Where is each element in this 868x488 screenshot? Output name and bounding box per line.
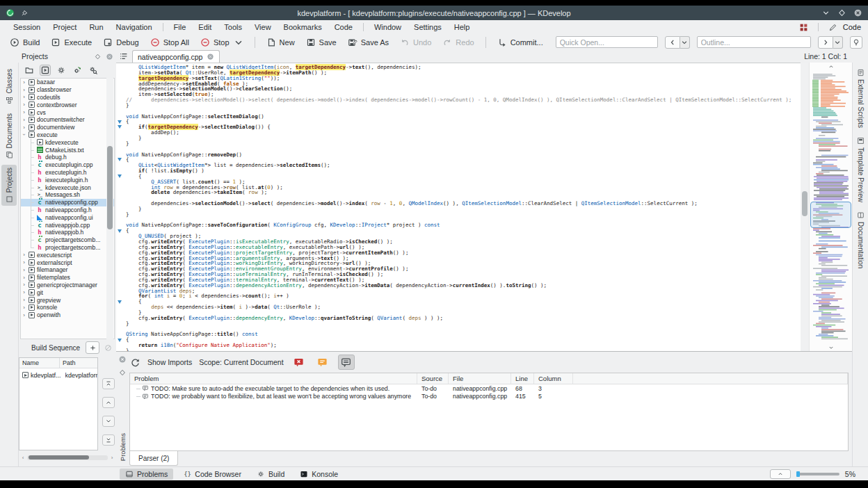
sidebar-tab-classes[interactable]: Classes xyxy=(1,66,17,107)
menu-bookmarks[interactable]: Bookmarks xyxy=(278,22,328,33)
problem-row[interactable]: TODO: we probably want to flexibilize, b… xyxy=(130,393,848,401)
move-down-button[interactable] xyxy=(102,416,115,427)
menu-run[interactable]: Run xyxy=(83,22,109,33)
sidebar-tab-projects[interactable]: Projects xyxy=(1,165,17,206)
code-area-label[interactable]: Code xyxy=(843,23,861,31)
tree-item[interactable]: CMakeLists.txt xyxy=(21,146,114,154)
expander-icon[interactable]: › xyxy=(21,131,27,138)
menu-project[interactable]: Project xyxy=(47,22,83,33)
statusbar-tab-build[interactable]: Build xyxy=(251,469,290,480)
minimap[interactable] xyxy=(809,63,852,351)
tab-parser[interactable]: Parser (2) xyxy=(129,451,178,466)
dock-tab-external-scripts[interactable]: External Scripts xyxy=(854,66,867,131)
close-panel-icon[interactable] xyxy=(106,53,113,60)
menu-view[interactable]: View xyxy=(248,22,278,33)
tree-item[interactable]: ›konsole xyxy=(21,304,114,311)
fold-marker-icon[interactable] xyxy=(118,158,122,161)
navigate-forward-button[interactable] xyxy=(818,36,843,49)
fold-marker-icon[interactable] xyxy=(118,125,122,129)
zoom-slider-handle[interactable] xyxy=(796,471,800,477)
area-switcher-icon[interactable] xyxy=(799,23,808,32)
dock-tab-template-preview[interactable]: Template Preview xyxy=(854,134,867,205)
scope-button[interactable]: Scope: Current Document xyxy=(199,358,283,366)
build-sequence-row[interactable]: kdevplatf...kdevplatform xyxy=(19,371,97,380)
save-as-button[interactable]: Save As xyxy=(344,36,393,49)
tree-item[interactable]: hexecuteplugin.h xyxy=(21,169,114,177)
build-items-icon[interactable] xyxy=(40,65,50,75)
menu-session[interactable]: Session xyxy=(7,22,47,33)
tree-item[interactable]: ›git xyxy=(21,288,114,296)
build-sequence-table[interactable]: NamePathkdevplatf...kdevplatform xyxy=(19,357,98,450)
move-top-button[interactable] xyxy=(102,378,115,389)
quick-open-input[interactable] xyxy=(556,36,658,48)
document-switcher-button[interactable] xyxy=(118,51,129,61)
hints-filter-button[interactable] xyxy=(338,355,355,370)
problem-row[interactable]: TODO: Make sure to auto-add the executab… xyxy=(130,384,848,393)
warnings-filter-button[interactable] xyxy=(314,355,331,370)
expander-icon[interactable]: › xyxy=(21,109,27,115)
expander-icon[interactable]: › xyxy=(21,94,27,100)
tree-item[interactable]: hiexecuteplugin.h xyxy=(21,176,114,184)
tree-item[interactable]: ›codeutils xyxy=(21,94,114,101)
commit----button[interactable]: Commit... xyxy=(493,36,547,49)
build-button[interactable]: Build xyxy=(6,36,44,49)
open-project-icon[interactable] xyxy=(24,65,34,75)
menu-window[interactable]: Window xyxy=(368,22,408,33)
tree-item[interactable]: hnativeappjob.h xyxy=(21,229,114,236)
expander-icon[interactable]: › xyxy=(21,304,27,311)
statusbar-tab-code-browser[interactable]: {}Code Browser xyxy=(177,469,247,480)
expander-icon[interactable]: › xyxy=(21,267,27,273)
session-color-button[interactable] xyxy=(850,36,863,49)
save-button[interactable]: Save xyxy=(302,36,341,49)
tree-item[interactable]: hnativeappconfig.h xyxy=(21,206,114,214)
add-build-item-button[interactable] xyxy=(86,341,99,354)
menu-file[interactable]: File xyxy=(168,22,193,33)
statusbar-tab-problems[interactable]: Problems xyxy=(120,469,173,480)
tree-item[interactable]: ›filemanager xyxy=(21,266,114,274)
stop-button[interactable]: Stop xyxy=(196,36,248,49)
show-imports-button[interactable]: Show Imports xyxy=(147,358,192,366)
expander-icon[interactable]: › xyxy=(21,297,27,303)
move-up-button[interactable] xyxy=(102,397,115,408)
fold-marker-icon[interactable] xyxy=(118,300,122,304)
tree-item[interactable]: cnativeappconfig.cpp xyxy=(21,199,114,206)
navigate-back-button[interactable] xyxy=(665,36,690,49)
debug-button[interactable]: Debug xyxy=(99,36,143,49)
tree-item[interactable]: >_Messages.sh xyxy=(21,191,114,199)
float-panel-icon[interactable] xyxy=(94,53,102,60)
close-icon[interactable] xyxy=(853,8,862,17)
zoom-slider[interactable] xyxy=(796,473,839,475)
column-header-source[interactable]: Source xyxy=(417,373,449,384)
sidebar-tab-documents[interactable]: Documents xyxy=(1,111,17,162)
expander-icon[interactable]: › xyxy=(21,87,27,93)
tree-item[interactable]: ›execute xyxy=(21,131,114,139)
close-panel-icon[interactable] xyxy=(118,355,127,364)
expander-icon[interactable]: › xyxy=(21,79,27,86)
errors-filter-button[interactable] xyxy=(291,355,307,370)
fold-marker-icon[interactable] xyxy=(118,120,122,124)
fold-marker-icon[interactable] xyxy=(118,339,122,342)
expander-icon[interactable]: › xyxy=(21,259,27,266)
column-header-file[interactable]: File xyxy=(449,373,511,384)
minimap-viewport[interactable] xyxy=(810,202,851,228)
execute-button[interactable]: Execute xyxy=(47,36,96,49)
menu-tools[interactable]: Tools xyxy=(218,22,248,33)
column-header-column[interactable]: Column xyxy=(534,373,573,384)
column-header-line[interactable]: Line xyxy=(511,373,534,384)
tree-item[interactable]: hprojecttargetscomb... xyxy=(21,244,114,252)
menu-settings[interactable]: Settings xyxy=(408,22,448,33)
tree-item[interactable]: ›filetemplates xyxy=(21,274,114,282)
column-header-problem[interactable]: Problem xyxy=(130,373,417,384)
new-button[interactable]: New xyxy=(262,36,299,49)
tree-item[interactable]: ›openwith xyxy=(21,311,114,319)
tree-item[interactable]: ›contextbrowser xyxy=(21,101,114,108)
collapse-panel-button[interactable] xyxy=(770,469,791,479)
project-tree[interactable]: ›bazaar›classbrowser›codeutils›contextbr… xyxy=(20,78,115,339)
fold-marker-icon[interactable] xyxy=(118,174,122,178)
expander-icon[interactable]: › xyxy=(21,252,27,258)
move-bottom-button[interactable] xyxy=(102,434,115,446)
minimize-icon[interactable] xyxy=(821,8,830,17)
remove-build-item-button[interactable] xyxy=(102,342,113,353)
maximize-icon[interactable] xyxy=(837,8,846,17)
dock-tab-documentation[interactable]: Documentation xyxy=(854,209,867,271)
